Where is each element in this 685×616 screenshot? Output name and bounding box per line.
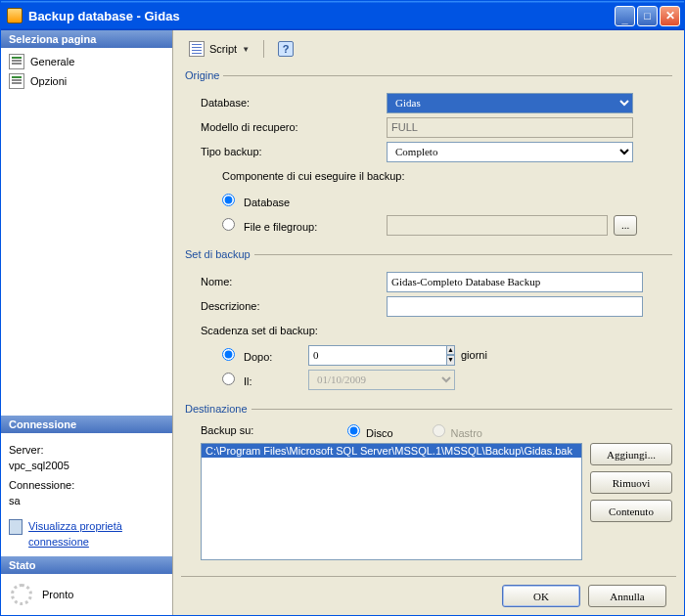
close-button[interactable]: ✕ [660, 6, 680, 26]
cancel-button[interactable]: Annulla [588, 585, 666, 607]
component-db-option[interactable]: Database [201, 194, 387, 208]
recovery-value: FULL [387, 117, 633, 138]
backup-path-list[interactable]: C:\Program Files\Microsoft SQL Server\MS… [201, 443, 582, 560]
expire-after-spinner[interactable]: ▲▼ [308, 345, 455, 366]
page-icon [9, 54, 24, 69]
set-name-label: Nome: [201, 276, 387, 287]
sidebar: Seleziona pagina Generale Opzioni Connes… [1, 30, 173, 615]
filegroup-input [387, 215, 608, 236]
help-icon: ? [278, 41, 294, 57]
disk-option[interactable]: Disco [347, 424, 393, 439]
set-desc-input[interactable] [387, 296, 643, 317]
script-button[interactable]: Script ▼ [183, 38, 255, 60]
database-select[interactable]: Gidas [387, 93, 633, 113]
state-value: Pronto [42, 589, 73, 600]
remove-button[interactable]: Rimuovi [590, 471, 672, 494]
sidebar-item-opzioni[interactable]: Opzioni [7, 71, 166, 91]
expire-on-radio[interactable] [222, 373, 235, 385]
set-desc-label: Descrizione: [201, 300, 387, 312]
status-spinner-icon [11, 584, 32, 605]
app-icon [7, 8, 23, 23]
database-label: Database: [201, 97, 387, 109]
connection-label: Connessione: [9, 478, 164, 494]
sidebar-item-generale[interactable]: Generale [7, 52, 166, 71]
contents-button[interactable]: Contenuto [590, 500, 672, 522]
titlebar: Backup database - Gidas _ □ ✕ [1, 1, 684, 30]
expire-after-label: Dopo: [244, 351, 272, 363]
main-panel: Script ▼ ? ? Origine Database: G [173, 30, 684, 615]
connection-value: sa [9, 494, 164, 509]
component-filegroup-option[interactable]: File e filegroup: [201, 218, 387, 233]
sidebar-item-label: Generale [30, 56, 74, 67]
origin-legend: Origine [181, 69, 223, 81]
backup-path-item[interactable]: C:\Program Files\Microsoft SQL Server\MS… [202, 444, 581, 458]
origin-group: Origine Database: Gidas Modello di recup… [181, 69, 672, 242]
backup-to-label: Backup su: [201, 424, 347, 439]
server-label: Server: [9, 443, 164, 459]
recovery-label: Modello di recupero: [201, 121, 387, 133]
disk-radio[interactable] [347, 424, 360, 437]
spin-up-icon[interactable]: ▲ [446, 345, 455, 356]
state-header: Stato [1, 556, 172, 574]
help-button[interactable]: ? ? [272, 38, 299, 60]
maximize-button[interactable]: □ [637, 6, 658, 26]
spin-down-icon[interactable]: ▼ [446, 355, 455, 366]
view-connection-props-link[interactable]: Visualizza proprietà connessione [9, 519, 164, 550]
backup-set-group: Set di backup Nome: Descrizione: Scadenz… [181, 248, 672, 397]
tape-radio [433, 424, 445, 437]
set-expiry-label: Scadenza set di backup: [201, 325, 387, 336]
minimize-button[interactable]: _ [615, 6, 635, 26]
expire-after-unit: giorni [461, 349, 487, 361]
toolbar: Script ▼ ? ? [181, 34, 676, 64]
network-icon [9, 519, 23, 535]
select-page-header: Seleziona pagina [1, 30, 172, 48]
sidebar-item-label: Opzioni [30, 75, 67, 87]
add-button[interactable]: Aggiungi... [590, 443, 672, 465]
destination-group: Destinazione Backup su: Disco Nastro C:\… [181, 403, 672, 564]
script-icon [189, 41, 205, 57]
page-icon [9, 73, 24, 89]
expire-after-radio[interactable] [222, 348, 235, 361]
expire-on-date: 01/10/2009 [308, 370, 455, 390]
set-name-input[interactable] [387, 272, 643, 292]
tape-option: Nastro [433, 424, 482, 439]
component-label: Componente di cui eseguire il backup: [201, 170, 405, 182]
connection-header: Connessione [1, 416, 172, 433]
filegroup-browse-button[interactable]: ... [614, 215, 637, 236]
component-db-radio[interactable] [222, 194, 235, 206]
expire-on-label: Il: [244, 375, 252, 387]
component-filegroup-radio[interactable] [222, 218, 235, 231]
ok-button[interactable]: OK [502, 585, 580, 607]
chevron-down-icon: ▼ [242, 45, 250, 54]
separator [263, 40, 264, 58]
backup-type-select[interactable]: Completo [387, 142, 633, 162]
footer: OK Annulla [181, 576, 676, 615]
backup-type-label: Tipo backup: [201, 146, 387, 157]
window-title: Backup database - Gidas [28, 9, 615, 23]
server-value: vpc_sql2005 [9, 459, 164, 474]
backup-set-legend: Set di backup [181, 248, 254, 260]
dialog-window: Backup database - Gidas _ □ ✕ Seleziona … [0, 0, 685, 616]
expire-after-input[interactable] [308, 345, 446, 366]
destination-legend: Destinazione [181, 403, 251, 415]
